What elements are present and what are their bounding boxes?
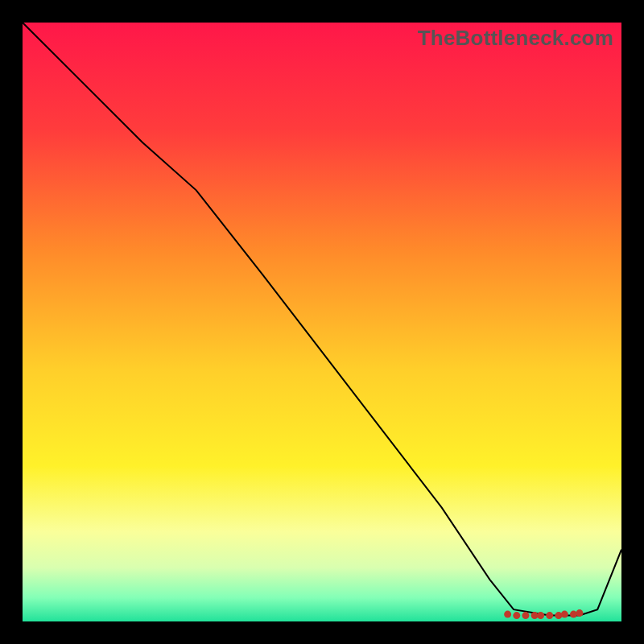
chart-svg [23, 23, 621, 621]
marker-dot [555, 612, 562, 619]
marker-dot [546, 612, 553, 619]
watermark-text: TheBottleneck.com [418, 26, 613, 51]
marker-dot [513, 612, 520, 619]
chart-frame: TheBottleneck.com [0, 0, 644, 644]
marker-dot [576, 609, 583, 617]
marker-dot [570, 611, 577, 618]
marker-dot [504, 611, 511, 618]
marker-dot [561, 611, 568, 618]
plot-area: TheBottleneck.com [23, 23, 621, 621]
marker-dot [537, 612, 544, 619]
marker-dot [522, 612, 529, 619]
